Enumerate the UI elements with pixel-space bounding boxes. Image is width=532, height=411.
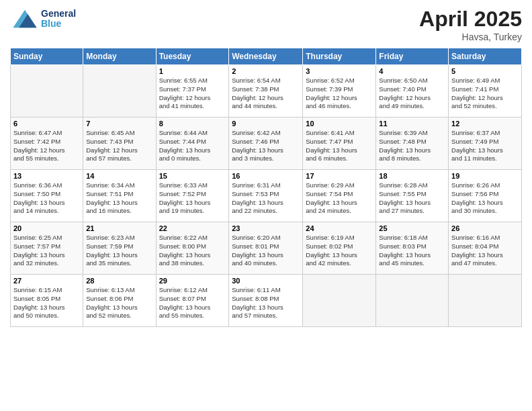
title-block: April 2025 Havsa, Turkey	[419, 7, 522, 42]
logo-blue: Blue	[41, 19, 76, 29]
header: General Blue April 2025 Havsa, Turkey	[10, 7, 522, 42]
weekday-header-friday: Friday	[376, 48, 449, 65]
day-info: Sunrise: 6:25 AMSunset: 7:57 PMDaylight:…	[13, 234, 80, 268]
weekday-header-monday: Monday	[83, 48, 156, 65]
title-location: Havsa, Turkey	[419, 32, 522, 42]
day-info: Sunrise: 6:11 AMSunset: 8:08 PMDaylight:…	[232, 286, 300, 320]
day-info: Sunrise: 6:42 AMSunset: 7:46 PMDaylight:…	[232, 129, 300, 163]
day-info: Sunrise: 6:54 AMSunset: 7:38 PMDaylight:…	[232, 77, 300, 111]
day-number: 1	[159, 67, 226, 75]
day-cell: 22Sunrise: 6:22 AMSunset: 8:00 PMDayligh…	[156, 222, 229, 275]
week-row-4: 20Sunrise: 6:25 AMSunset: 7:57 PMDayligh…	[11, 222, 522, 275]
page: General Blue April 2025 Havsa, Turkey Su…	[0, 0, 532, 411]
week-row-3: 13Sunrise: 6:36 AMSunset: 7:50 PMDayligh…	[11, 170, 522, 222]
day-info: Sunrise: 6:19 AMSunset: 8:02 PMDaylight:…	[306, 234, 373, 268]
day-info: Sunrise: 6:18 AMSunset: 8:03 PMDaylight:…	[379, 234, 445, 268]
day-cell: 5Sunrise: 6:49 AMSunset: 7:41 PMDaylight…	[449, 65, 522, 118]
day-cell: 1Sunrise: 6:55 AMSunset: 7:37 PMDaylight…	[156, 65, 229, 118]
day-info: Sunrise: 6:22 AMSunset: 8:00 PMDaylight:…	[159, 234, 226, 268]
day-cell: 2Sunrise: 6:54 AMSunset: 7:38 PMDaylight…	[229, 65, 303, 118]
day-info: Sunrise: 6:13 AMSunset: 8:06 PMDaylight:…	[86, 286, 152, 320]
weekday-header-sunday: Sunday	[11, 48, 83, 65]
day-cell: 27Sunrise: 6:15 AMSunset: 8:05 PMDayligh…	[11, 275, 83, 327]
day-number: 17	[306, 172, 373, 180]
day-info: Sunrise: 6:36 AMSunset: 7:50 PMDaylight:…	[13, 181, 80, 216]
day-cell: 30Sunrise: 6:11 AMSunset: 8:08 PMDayligh…	[229, 275, 303, 327]
day-number: 22	[159, 224, 226, 232]
day-cell: 20Sunrise: 6:25 AMSunset: 7:57 PMDayligh…	[11, 222, 83, 275]
day-info: Sunrise: 6:50 AMSunset: 7:40 PMDaylight:…	[379, 77, 445, 111]
day-info: Sunrise: 6:20 AMSunset: 8:01 PMDaylight:…	[232, 234, 300, 268]
day-cell: 29Sunrise: 6:12 AMSunset: 8:07 PMDayligh…	[156, 275, 229, 327]
day-cell: 15Sunrise: 6:33 AMSunset: 7:52 PMDayligh…	[156, 170, 229, 222]
week-row-5: 27Sunrise: 6:15 AMSunset: 8:05 PMDayligh…	[11, 275, 522, 327]
day-info: Sunrise: 6:44 AMSunset: 7:44 PMDaylight:…	[159, 129, 226, 163]
day-info: Sunrise: 6:34 AMSunset: 7:51 PMDaylight:…	[86, 181, 152, 216]
day-info: Sunrise: 6:31 AMSunset: 7:53 PMDaylight:…	[232, 181, 300, 216]
day-cell	[83, 65, 156, 118]
day-info: Sunrise: 6:45 AMSunset: 7:43 PMDaylight:…	[86, 129, 152, 163]
day-number: 26	[451, 224, 519, 232]
day-number: 29	[159, 277, 226, 285]
day-number: 11	[379, 120, 445, 128]
logo: General Blue	[10, 7, 76, 31]
day-cell: 9Sunrise: 6:42 AMSunset: 7:46 PMDaylight…	[229, 118, 303, 170]
calendar-table: SundayMondayTuesdayWednesdayThursdayFrid…	[10, 48, 522, 327]
day-cell: 13Sunrise: 6:36 AMSunset: 7:50 PMDayligh…	[11, 170, 83, 222]
day-cell: 12Sunrise: 6:37 AMSunset: 7:49 PMDayligh…	[449, 118, 522, 170]
day-cell	[303, 275, 376, 327]
day-cell: 10Sunrise: 6:41 AMSunset: 7:47 PMDayligh…	[303, 118, 376, 170]
day-number: 27	[13, 277, 80, 285]
day-number: 4	[379, 67, 445, 75]
day-cell: 26Sunrise: 6:16 AMSunset: 8:04 PMDayligh…	[449, 222, 522, 275]
day-info: Sunrise: 6:23 AMSunset: 7:59 PMDaylight:…	[86, 234, 152, 268]
day-info: Sunrise: 6:29 AMSunset: 7:54 PMDaylight:…	[306, 181, 373, 216]
day-number: 21	[86, 224, 152, 232]
day-info: Sunrise: 6:28 AMSunset: 7:55 PMDaylight:…	[379, 181, 445, 216]
week-row-2: 6Sunrise: 6:47 AMSunset: 7:42 PMDaylight…	[11, 118, 522, 170]
day-number: 12	[451, 120, 519, 128]
day-number: 24	[306, 224, 373, 232]
day-info: Sunrise: 6:47 AMSunset: 7:42 PMDaylight:…	[13, 129, 80, 163]
day-number: 16	[232, 172, 300, 180]
day-number: 10	[306, 120, 373, 128]
logo-icon	[10, 7, 40, 31]
day-number: 25	[379, 224, 445, 232]
day-cell: 14Sunrise: 6:34 AMSunset: 7:51 PMDayligh…	[83, 170, 156, 222]
logo-text: General Blue	[41, 9, 76, 30]
weekday-header-thursday: Thursday	[303, 48, 376, 65]
day-number: 3	[306, 67, 373, 75]
day-number: 9	[232, 120, 300, 128]
day-number: 20	[13, 224, 80, 232]
day-info: Sunrise: 6:33 AMSunset: 7:52 PMDaylight:…	[159, 181, 226, 216]
day-cell: 6Sunrise: 6:47 AMSunset: 7:42 PMDaylight…	[11, 118, 83, 170]
day-cell: 19Sunrise: 6:26 AMSunset: 7:56 PMDayligh…	[449, 170, 522, 222]
title-month: April 2025	[419, 7, 522, 32]
day-number: 2	[232, 67, 300, 75]
day-info: Sunrise: 6:26 AMSunset: 7:56 PMDaylight:…	[451, 181, 519, 216]
day-info: Sunrise: 6:12 AMSunset: 8:07 PMDaylight:…	[159, 286, 226, 320]
logo-general: General	[41, 9, 76, 19]
day-number: 18	[379, 172, 445, 180]
day-number: 23	[232, 224, 300, 232]
day-info: Sunrise: 6:55 AMSunset: 7:37 PMDaylight:…	[159, 77, 226, 111]
day-number: 7	[86, 120, 152, 128]
weekday-header-row: SundayMondayTuesdayWednesdayThursdayFrid…	[11, 48, 522, 65]
day-number: 19	[451, 172, 519, 180]
day-cell: 3Sunrise: 6:52 AMSunset: 7:39 PMDaylight…	[303, 65, 376, 118]
weekday-header-saturday: Saturday	[449, 48, 522, 65]
day-number: 14	[86, 172, 152, 180]
day-info: Sunrise: 6:16 AMSunset: 8:04 PMDaylight:…	[451, 234, 519, 268]
day-cell	[449, 275, 522, 327]
week-row-1: 1Sunrise: 6:55 AMSunset: 7:37 PMDaylight…	[11, 65, 522, 118]
day-cell: 7Sunrise: 6:45 AMSunset: 7:43 PMDaylight…	[83, 118, 156, 170]
day-info: Sunrise: 6:37 AMSunset: 7:49 PMDaylight:…	[451, 129, 519, 163]
day-number: 8	[159, 120, 226, 128]
day-cell	[376, 275, 449, 327]
day-cell: 23Sunrise: 6:20 AMSunset: 8:01 PMDayligh…	[229, 222, 303, 275]
day-cell	[11, 65, 83, 118]
day-info: Sunrise: 6:49 AMSunset: 7:41 PMDaylight:…	[451, 77, 519, 111]
day-cell: 8Sunrise: 6:44 AMSunset: 7:44 PMDaylight…	[156, 118, 229, 170]
day-number: 15	[159, 172, 226, 180]
day-number: 30	[232, 277, 300, 285]
